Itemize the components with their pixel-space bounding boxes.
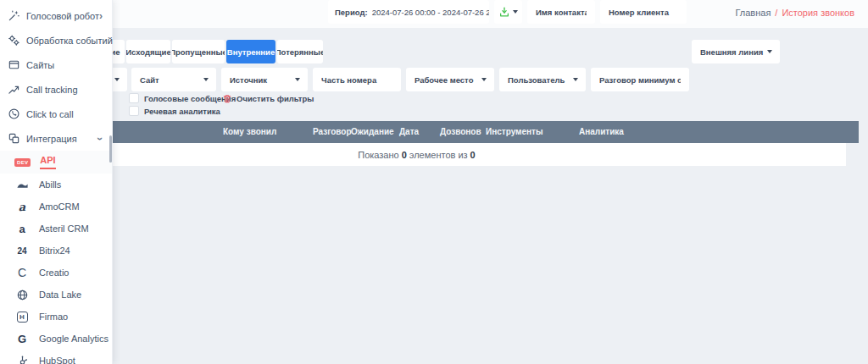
voice-messages-checkbox-row: Голосовые сообщения xyxy=(129,93,236,103)
sidebar-item-label: Data Lake xyxy=(39,290,81,300)
client-number-input[interactable] xyxy=(600,8,687,17)
col-date: Дата xyxy=(399,127,419,136)
user-select[interactable]: Пользователь xyxy=(499,68,586,91)
sidebar-item-label: HubSpot xyxy=(39,356,75,364)
period-label: Период: xyxy=(335,8,368,17)
sidebar-item-voice-robot[interactable]: Голосовой робот › xyxy=(0,3,112,28)
sidebar-item-call-tracking[interactable]: Call tracking xyxy=(0,77,112,102)
empty-shown-label: Показано xyxy=(358,150,398,160)
empty-total-count: 0 xyxy=(470,150,476,160)
sidebar-item-api[interactable]: DEV API xyxy=(0,151,112,174)
sidebar-item-label: Сайты xyxy=(26,60,54,70)
speech-analytics-checkbox[interactable] xyxy=(129,106,139,116)
trend-arrow-icon xyxy=(7,83,20,97)
breadcrumb-current: История звонков xyxy=(782,8,854,18)
sidebar-item-label: Обработка событий xyxy=(26,36,113,46)
magic-wand-icon xyxy=(7,9,20,23)
integration-icon xyxy=(7,132,20,146)
col-dials: Дозвонов xyxy=(440,127,481,136)
creatio-logo-icon: C xyxy=(14,266,30,279)
sidebar-item-label: Bitrix24 xyxy=(39,245,70,256)
number-part-field-wrap xyxy=(313,68,401,91)
sidebar-item-firmao[interactable]: H Firmao xyxy=(0,306,112,328)
chevron-right-icon: › xyxy=(99,11,103,21)
sidebar-item-bitrix24[interactable]: 24 Bitrix24 xyxy=(0,240,112,262)
sidebar-item-amocrm[interactable]: a AmoCRM xyxy=(0,196,112,218)
amocrm-logo-icon: a xyxy=(14,201,30,213)
asteril-logo-icon: a xyxy=(14,223,30,235)
table-header: Кому звонил Разговор Ожидание Дата Дозво… xyxy=(0,121,859,143)
sidebar-scrollbar-thumb[interactable] xyxy=(109,135,112,163)
col-waiting: Ожидание xyxy=(351,127,394,136)
sidebar-item-hubspot[interactable]: HubSpot xyxy=(0,350,112,364)
sidebar-item-abills[interactable]: Abills xyxy=(0,174,112,196)
workplace-select[interactable]: Рабочее место xyxy=(406,68,494,91)
trash-icon xyxy=(222,93,232,104)
export-caret-icon xyxy=(513,10,518,14)
voice-messages-checkbox[interactable] xyxy=(129,93,139,103)
workplace-label: Рабочее место xyxy=(415,75,473,85)
sidebar-item-label: Firmao xyxy=(39,312,68,322)
speech-analytics-checkbox-row: Речевая аналитика xyxy=(129,106,220,116)
sidebar-item-label: Google Analytics xyxy=(39,334,108,344)
sidebar: Голосовой робот › Обработка событий Сайт… xyxy=(0,0,113,364)
chevron-down-icon xyxy=(481,78,487,81)
sidebar-item-asteril-crm[interactable]: a Asteril CRM xyxy=(0,218,112,240)
bitrix24-logo-icon: 24 xyxy=(14,246,30,256)
site-select[interactable]: Сайт xyxy=(131,68,216,91)
export-button[interactable] xyxy=(494,0,522,24)
clear-filters-button[interactable]: Очистить фильтры xyxy=(222,93,314,104)
talk-min-sec-input[interactable] xyxy=(591,75,689,85)
firmao-logo-icon: H xyxy=(14,312,30,323)
sidebar-item-creatio[interactable]: C Creatio xyxy=(0,262,112,284)
sidebar-item-google-analytics[interactable]: G Google Analytics xyxy=(0,328,112,350)
sidebar-item-sites[interactable]: Сайты xyxy=(0,52,112,77)
google-logo-icon: G xyxy=(14,333,30,345)
chevron-down-icon xyxy=(573,78,578,81)
chevron-down-icon: › xyxy=(95,137,105,141)
sidebar-item-click-to-call[interactable]: Click to call xyxy=(0,102,112,126)
sidebar-item-label: Asteril CRM xyxy=(39,223,89,234)
hubspot-sprocket-icon xyxy=(14,355,30,364)
user-label: Пользователь xyxy=(508,75,565,85)
globe-icon xyxy=(14,289,30,301)
breadcrumb-home-link[interactable]: Главная xyxy=(735,8,771,18)
col-tools: Инструменты xyxy=(486,127,543,136)
contact-name-input[interactable] xyxy=(527,8,595,17)
col-analytics: Аналитика xyxy=(579,127,624,136)
period-value: 2024-07-26 00:00 - 2024-07-26 23:59 xyxy=(372,8,489,17)
col-callee: Кому звонил xyxy=(223,127,276,136)
phone-icon xyxy=(7,108,20,121)
table-empty-state: Показано 0 элементов из 0 xyxy=(0,143,846,166)
source-label: Источник xyxy=(230,75,267,85)
tab-outgoing[interactable]: Исходящие xyxy=(126,40,170,63)
breadcrumb-separator: / xyxy=(775,8,777,18)
sidebar-item-event-processing[interactable]: Обработка событий xyxy=(0,28,112,52)
dev-badge-icon: DEV xyxy=(14,158,31,167)
chevron-down-icon xyxy=(114,78,120,81)
sidebar-item-label: Abills xyxy=(39,179,61,190)
speech-analytics-label: Речевая аналитика xyxy=(144,107,220,116)
browser-window-icon xyxy=(7,58,20,72)
source-select[interactable]: Источник xyxy=(221,68,308,91)
chevron-down-icon xyxy=(295,78,300,81)
period-filter[interactable]: Период: 2024-07-26 00:00 - 2024-07-26 23… xyxy=(328,0,489,24)
abills-logo-icon xyxy=(14,179,30,191)
col-talk: Разговор xyxy=(313,127,352,136)
sidebar-item-integration[interactable]: Интеграция › xyxy=(0,126,112,151)
gears-icon xyxy=(7,34,20,47)
external-line-select[interactable]: Внешняя линия xyxy=(692,40,780,63)
talk-min-sec-field-wrap xyxy=(591,68,689,91)
sidebar-item-label: API xyxy=(40,155,55,169)
sidebar-item-label: Голосовой робот xyxy=(26,11,99,21)
sidebar-item-data-lake[interactable]: Data Lake xyxy=(0,284,112,306)
chevron-down-icon xyxy=(767,50,772,53)
site-label: Сайт xyxy=(140,75,159,85)
chevron-down-icon xyxy=(203,78,209,81)
tab-missed[interactable]: Пропущенные xyxy=(172,40,225,63)
number-part-input[interactable] xyxy=(313,75,401,85)
sidebar-item-label: Click to call xyxy=(26,109,74,119)
tab-internal-active[interactable]: Внутренние xyxy=(226,40,275,63)
sidebar-item-label: AmoCRM xyxy=(39,201,80,212)
tab-lost[interactable]: Потерянные xyxy=(277,40,323,63)
